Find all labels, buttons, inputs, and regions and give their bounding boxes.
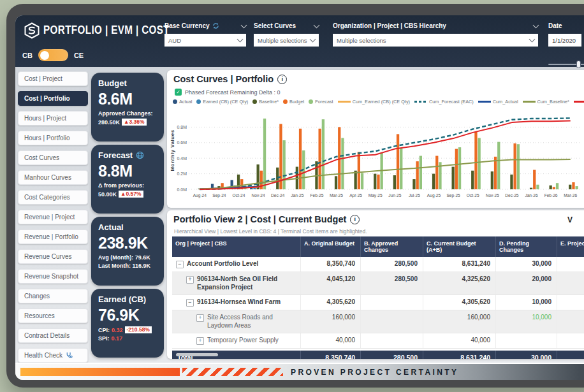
horizontal-scrollbar[interactable] — [176, 353, 218, 356]
legend-item[interactable]: Actual — [173, 99, 192, 105]
sidebar-item-cost-categories[interactable]: Cost Categories — [18, 190, 88, 205]
sidebar-item-revenue-curves[interactable]: Revenue Curves — [18, 249, 88, 264]
bar-forecast — [517, 144, 520, 189]
bar-budget — [279, 124, 282, 190]
chevron-down-icon[interactable] — [533, 22, 539, 28]
date-input[interactable] — [552, 37, 578, 44]
sidebar-item-changes[interactable]: Changes — [18, 289, 88, 303]
legend-item[interactable]: Earned (CB) (CE Qty) — [196, 99, 248, 105]
kpi-value: 8.6M — [98, 90, 157, 108]
date-range-slider[interactable] — [548, 61, 584, 68]
legend-dot-marker — [173, 99, 177, 104]
legend-label: Cum_Earned (CB) (CE Qty) — [353, 99, 410, 105]
x-axis-tick-label: Sep-25 — [446, 193, 460, 198]
column-header[interactable]: D. Pending Changes — [496, 236, 557, 257]
column-header[interactable]: A. Original Budget — [301, 236, 361, 257]
column-header[interactable]: E. Projec — [557, 236, 584, 257]
legend-item[interactable]: Cum_Baseline* — [523, 99, 569, 105]
bar-budget — [494, 157, 497, 189]
sidebar-item-revenue-project[interactable]: Revenue | Project — [18, 210, 88, 224]
row-label: Account Portfolio Level — [187, 260, 258, 268]
y-axis-tick-label: 0.2M — [177, 171, 187, 176]
org-hierarchy-select[interactable]: Multiple selections — [333, 34, 538, 47]
sidebar-item-label: Manhour Curves — [24, 174, 71, 181]
legend-item[interactable]: Budget — [283, 99, 304, 105]
sidebar-item-contract-details[interactable]: Contract Details — [18, 328, 88, 343]
chart-legend: ActualEarned (CB) (CE Qty)Baseline*Budge… — [173, 99, 584, 105]
y-axis-tick-label: 0.6M — [177, 140, 187, 145]
legend-label: Earned (CB) (CE Qty) — [203, 99, 248, 105]
filter-base-currency-label: Base Currency — [164, 22, 210, 29]
value-cell: 20,000 — [496, 272, 557, 294]
legend-item[interactable]: Cum_Actual — [478, 99, 518, 105]
sidebar-item-cost-curves[interactable]: Cost Curves — [18, 150, 88, 165]
checkbox-checked-icon[interactable]: ✓ — [175, 89, 182, 96]
expand-icon[interactable]: + — [186, 276, 194, 284]
sidebar-item-hours-portfolio[interactable]: Hours | Portfolio — [18, 131, 88, 145]
toggle-knob — [40, 51, 49, 60]
kpi-value: 238.9K — [98, 234, 157, 252]
sidebar-item-resources[interactable]: Resources — [18, 309, 88, 323]
sidebar-item-manhour-curves[interactable]: Manhour Curves — [18, 170, 88, 185]
kpi-subline-text: Last Month: 116.9K — [98, 263, 150, 269]
info-icon[interactable]: i — [350, 215, 360, 224]
sidebar-item-hours-project[interactable]: Hours | Project — [18, 111, 88, 126]
kpi-title: Budget — [98, 78, 127, 88]
table-row: +Site Access Roads and Laydown Areas160,… — [172, 310, 584, 333]
info-icon[interactable]: i — [277, 75, 287, 84]
bar-forecast — [283, 140, 286, 189]
date-input-box[interactable] — [548, 34, 581, 47]
x-axis-tick-label: Jan-25 — [291, 193, 303, 198]
expand-icon[interactable]: + — [196, 314, 204, 322]
expand-icon[interactable]: + — [196, 337, 204, 345]
column-header[interactable]: B. Approved Changes — [361, 236, 423, 257]
x-axis-tick-label: Jun-25 — [388, 193, 401, 198]
bar-baseline — [569, 185, 571, 189]
bar-forecast — [322, 119, 325, 189]
legend-item[interactable]: Forecast — [309, 99, 333, 105]
sidebar-item-revenue-snapshot[interactable]: Revenue Snapshot — [18, 269, 88, 284]
chevron-down-icon[interactable] — [241, 22, 247, 28]
bar-budget — [435, 156, 438, 190]
table-body: −Account Portfolio Level8,350,740280,500… — [172, 257, 584, 349]
phased-forecast-row: ✓ Phased Forecast Remaining Delta : 0 — [175, 89, 281, 96]
bar-baseline — [432, 174, 435, 189]
portfolio-table-panel: Portfolio View 2 | Cost | Current Budget… — [167, 210, 584, 359]
select-curves-select[interactable]: Multiple selections — [254, 34, 319, 47]
filter-date-header: Date — [548, 22, 581, 30]
chevron-down-icon[interactable] — [314, 22, 320, 28]
total-value-cell — [557, 351, 584, 359]
value-cell — [557, 310, 584, 333]
legend-label: Baseline* — [259, 99, 279, 105]
base-currency-select[interactable]: AUD — [164, 34, 246, 47]
sidebar-item-label: Revenue | Project — [24, 214, 75, 221]
legend-label: Budget — [289, 99, 304, 105]
sidebar-item-label: Revenue Curves — [24, 253, 71, 260]
table-corner-text: V — [567, 215, 573, 224]
value-cell: 4,305,620 — [423, 295, 496, 310]
sidebar-item-label: Cost Categories — [24, 194, 70, 201]
legend-label: Cum_Baseline* — [537, 99, 569, 105]
column-header[interactable]: C. Current Budget (A+B) — [423, 236, 496, 257]
legend-item[interactable]: Cum_Budget — [574, 99, 584, 105]
sidebar-item-label: Hours | Project — [24, 115, 66, 122]
sidebar-item-cost-portfolio[interactable]: Cost | Portfolio — [18, 91, 88, 106]
cb-ce-toggle[interactable] — [38, 49, 68, 61]
filter-org-hierarchy-header: Organization | Project | CBS Hiearchy — [333, 22, 538, 30]
legend-item[interactable]: Baseline* — [252, 99, 279, 105]
legend-item[interactable]: Cum_Forecast (EAC) — [414, 99, 474, 105]
cost-curves-chart: 0.0M0.2M0.4M0.6M0.8MMonthly ValuesAug-24… — [168, 108, 584, 205]
collapse-icon[interactable]: − — [186, 299, 194, 307]
sidebar-item-revenue-portfolio[interactable]: Revenue | Portfolio — [18, 229, 88, 244]
top-bar: PORTFOLIO | EVM | COST CB CE Base Curren… — [15, 15, 584, 67]
column-header[interactable]: Org | Project | CBS — [172, 236, 301, 257]
legend-item[interactable]: Cum_Earned (CB) (CE Qty) — [338, 99, 410, 105]
x-axis-tick-label: Nov-24 — [251, 193, 265, 198]
sidebar-item-cost-project[interactable]: Cost | Project — [18, 71, 88, 86]
sidebar-item-health-check[interactable]: Health Check — [18, 348, 88, 363]
collapse-icon[interactable]: − — [176, 261, 184, 268]
slider-handle[interactable] — [576, 61, 581, 68]
value-cell — [557, 333, 584, 348]
filter-date: Date — [548, 22, 581, 47]
legend-line-marker — [523, 101, 536, 102]
